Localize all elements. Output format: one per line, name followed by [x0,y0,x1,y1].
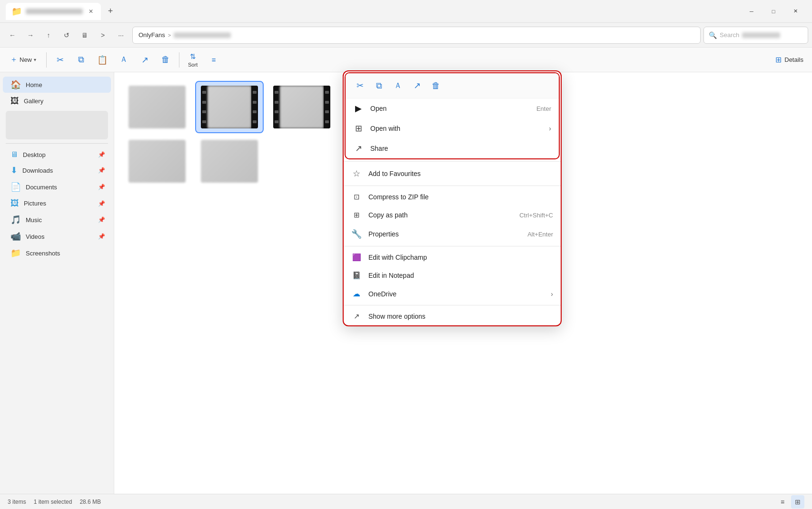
folder-icon: 📁 [11,6,22,17]
ctx-share-item[interactable]: ↗ Share [346,138,559,158]
sidebar-item-pictures[interactable]: 🖼 Pictures 📌 [3,196,111,211]
new-label: New [20,56,32,63]
copy-icon: ⧉ [78,55,84,65]
ctx-open-with-item[interactable]: ⊞ Open with › [346,118,559,138]
ctx-clipchamp-item[interactable]: 🟪 Edit with Clipchamp [344,248,561,266]
file-item-3[interactable] [268,82,335,132]
film-hole [325,91,329,94]
ctx-notepad-icon: 📓 [351,271,362,280]
expand-button[interactable]: > [94,27,111,44]
ctx-add-fav-item[interactable]: ☆ Add to Favourites [344,164,561,184]
film-hole [275,91,278,94]
file-thumbnail-4 [129,140,186,183]
ctx-rename-button[interactable]: Ａ [389,77,406,94]
file-item-5[interactable] [196,136,263,186]
search-blur [742,32,780,38]
close-button[interactable]: ✕ [784,4,806,19]
ctx-more-options-icon: ↗ [351,312,362,321]
tab-title [26,9,83,14]
sidebar-item-downloads[interactable]: ⬇ Downloads 📌 [3,162,111,178]
new-plus-icon: ＋ [10,55,18,65]
sidebar-item-music[interactable]: 🎵 Music 📌 [3,212,111,228]
rename-button[interactable]: Ａ [114,49,133,70]
music-pin-icon: 📌 [98,216,105,223]
film-hole [275,110,278,113]
ctx-properties-item[interactable]: 🔧 Properties Alt+Enter [344,224,561,244]
forward-button[interactable]: → [22,27,39,44]
sidebar-item-home[interactable]: 🏠 Home [3,77,111,93]
ctx-open-item[interactable]: ▶ Open Enter [346,98,559,118]
sidebar-placeholder [6,111,108,139]
ctx-compress-item[interactable]: ⊡ Compress to ZIP file [344,188,561,206]
new-tab-button[interactable]: + [103,4,118,19]
ctx-open-icon: ▶ [353,103,364,114]
ctx-copy-button[interactable]: ⧉ [370,77,387,94]
sort-button[interactable]: ⇅ Sort [183,49,202,70]
sidebar-item-gallery[interactable]: 🖼 Gallery [3,93,111,109]
sidebar-item-screenshots[interactable]: 📁 Screenshots [3,245,111,261]
context-menu-icon-bar: ✂ ⧉ Ａ ↗ 🗑 [346,73,559,98]
window-controls: ─ □ ✕ [741,4,806,19]
toolbar: ＋ New ▾ ✂ ⧉ 📋 Ａ ↗ 🗑 ⇅ Sort ≡ ⊞ Details [0,48,812,72]
address-bar[interactable]: OnlyFans > [132,27,701,44]
sort-label: Sort [188,62,198,68]
file-item-4[interactable] [124,136,190,186]
back-button[interactable]: ← [4,27,21,44]
up-button[interactable]: ↑ [40,27,57,44]
details-button[interactable]: ⊞ Details [771,51,808,69]
sidebar-item-desktop[interactable]: 🖥 Desktop 📌 [3,147,111,162]
ctx-more-options-label: Show more options [368,313,553,320]
film-hole [275,101,278,104]
film-hole [202,101,206,104]
context-menu: ✂ ⧉ Ａ ↗ 🗑 ▶ Open Enter ⊞ Open with › ↗ S… [343,70,562,326]
ctx-copy-path-shortcut: Ctrl+Shift+C [519,212,553,219]
documents-pin-icon: 📌 [98,184,105,190]
home-icon: 🏠 [10,79,21,90]
paste-button[interactable]: 📋 [92,49,112,70]
ctx-share-button[interactable]: ↗ [408,77,426,94]
maximize-button[interactable]: □ [762,4,784,19]
film-content [208,86,251,128]
ctx-compress-label: Compress to ZIP file [368,193,553,201]
view-button[interactable]: ≡ [204,49,223,70]
film-hole [325,110,329,113]
sidebar-item-videos[interactable]: 📹 Videos 📌 [3,228,111,245]
sidebar-item-documents[interactable]: 📄 Documents 📌 [3,179,111,195]
copy-button[interactable]: ⧉ [71,49,90,70]
more-nav-button[interactable]: ··· [112,27,129,44]
refresh-button[interactable]: ↺ [58,27,75,44]
film-hole [253,120,257,123]
tab-close-button[interactable]: ✕ [87,7,95,16]
downloads-icon: ⬇ [10,165,18,176]
status-bar-right: ≡ ⊞ [776,495,804,509]
delete-button[interactable]: 🗑 [156,49,175,70]
tab-active[interactable]: 📁 ✕ [6,3,101,20]
share-button[interactable]: ↗ [135,49,154,70]
list-view-button[interactable]: ≡ [776,495,789,509]
ctx-notepad-item[interactable]: 📓 Edit in Notepad [344,266,561,284]
film-strip-right [251,86,258,128]
ctx-cut-button[interactable]: ✂ [351,77,368,94]
ctx-open-shortcut: Enter [536,105,551,112]
new-button[interactable]: ＋ New ▾ [4,51,42,69]
file-item-2[interactable] [196,82,263,132]
ctx-copy-path-item[interactable]: ⊞ Copy as path Ctrl+Shift+C [344,206,561,224]
minimize-button[interactable]: ─ [741,4,762,19]
grid-view-button[interactable]: ⊞ [791,495,804,509]
ctx-delete-button[interactable]: 🗑 [427,77,445,94]
ctx-onedrive-icon: ☁ [351,289,362,298]
cut-button[interactable]: ✂ [50,49,69,70]
view-icon: ≡ [212,56,216,64]
ctx-more-options-item[interactable]: ↗ Show more options [344,307,561,325]
film-strip-right-3 [324,86,330,128]
desktop-pin-icon: 📌 [98,151,105,158]
file-thumbnail-3 [273,86,330,128]
film-hole [202,120,206,123]
cut-icon: ✂ [57,55,64,65]
desktop-icon: 🖥 [10,150,18,159]
search-bar[interactable]: 🔍 Search [703,27,808,44]
file-item-1[interactable] [124,82,190,132]
computer-button[interactable]: 🖥 [76,27,93,44]
ctx-onedrive-item[interactable]: ☁ OneDrive › [344,284,561,303]
location-label: OnlyFans [139,31,165,39]
